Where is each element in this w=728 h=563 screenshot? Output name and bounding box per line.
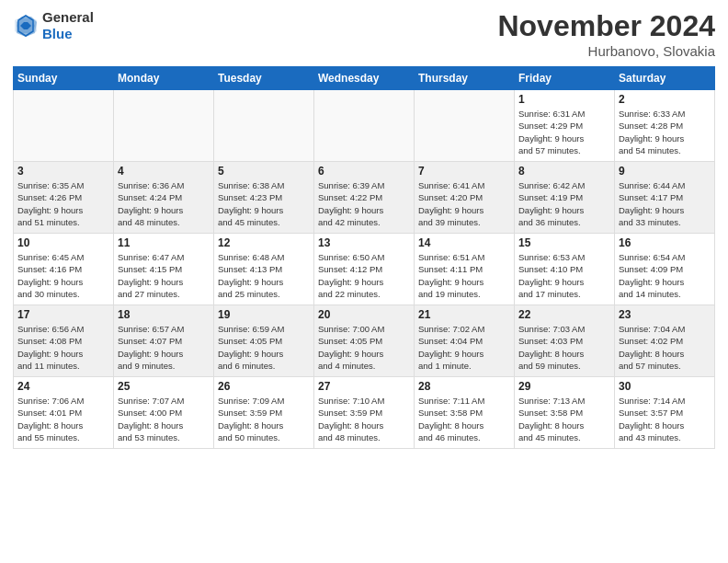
day-number: 4: [118, 165, 210, 178]
table-cell: 30Sunrise: 7:14 AM Sunset: 3:57 PM Dayli…: [615, 377, 715, 449]
day-info: Sunrise: 7:06 AM Sunset: 4:01 PM Dayligh…: [17, 395, 109, 443]
month-title: November 2024: [497, 9, 715, 43]
day-info: Sunrise: 6:56 AM Sunset: 4:08 PM Dayligh…: [17, 323, 109, 372]
day-number: 13: [318, 236, 410, 249]
day-info: Sunrise: 7:03 AM Sunset: 4:03 PM Dayligh…: [518, 323, 610, 372]
table-cell: 19Sunrise: 6:59 AM Sunset: 4:05 PM Dayli…: [214, 305, 314, 377]
day-number: 9: [619, 165, 711, 178]
table-row: 3Sunrise: 6:35 AM Sunset: 4:26 PM Daylig…: [14, 162, 715, 234]
day-info: Sunrise: 6:41 AM Sunset: 4:20 PM Dayligh…: [418, 179, 510, 228]
day-number: 27: [318, 380, 410, 393]
table-cell: [14, 90, 114, 162]
day-info: Sunrise: 7:00 AM Sunset: 4:05 PM Dayligh…: [318, 323, 410, 372]
day-number: 11: [118, 236, 210, 249]
table-cell: [415, 90, 515, 162]
table-cell: 21Sunrise: 7:02 AM Sunset: 4:04 PM Dayli…: [415, 305, 515, 377]
table-row: 1Sunrise: 6:31 AM Sunset: 4:29 PM Daylig…: [14, 90, 715, 162]
day-number: 25: [118, 380, 210, 393]
day-number: 19: [218, 308, 310, 321]
col-saturday: Saturday: [615, 67, 715, 90]
day-info: Sunrise: 6:50 AM Sunset: 4:12 PM Dayligh…: [318, 251, 410, 300]
table-cell: [214, 90, 314, 162]
table-cell: 28Sunrise: 7:11 AM Sunset: 3:58 PM Dayli…: [415, 377, 515, 449]
table-cell: 9Sunrise: 6:44 AM Sunset: 4:17 PM Daylig…: [615, 162, 715, 234]
table-cell: 29Sunrise: 7:13 AM Sunset: 3:58 PM Dayli…: [515, 377, 615, 449]
table-cell: 7Sunrise: 6:41 AM Sunset: 4:20 PM Daylig…: [415, 162, 515, 234]
day-info: Sunrise: 6:53 AM Sunset: 4:10 PM Dayligh…: [518, 251, 610, 300]
day-number: 22: [518, 308, 610, 321]
calendar-table: Sunday Monday Tuesday Wednesday Thursday…: [13, 66, 715, 449]
day-info: Sunrise: 6:48 AM Sunset: 4:13 PM Dayligh…: [218, 251, 310, 300]
day-number: 10: [17, 236, 109, 249]
day-info: Sunrise: 6:59 AM Sunset: 4:05 PM Dayligh…: [218, 323, 310, 372]
logo-icon: [13, 13, 39, 39]
table-cell: 27Sunrise: 7:10 AM Sunset: 3:59 PM Dayli…: [314, 377, 415, 449]
table-cell: [314, 90, 415, 162]
table-cell: 12Sunrise: 6:48 AM Sunset: 4:13 PM Dayli…: [214, 234, 314, 305]
calendar-container: General Blue November 2024 Hurbanovo, Sl…: [0, 0, 728, 456]
day-number: 16: [619, 236, 711, 249]
table-cell: 23Sunrise: 7:04 AM Sunset: 4:02 PM Dayli…: [615, 305, 715, 377]
day-info: Sunrise: 7:13 AM Sunset: 3:58 PM Dayligh…: [518, 395, 610, 443]
table-cell: 20Sunrise: 7:00 AM Sunset: 4:05 PM Dayli…: [314, 305, 415, 377]
table-cell: 18Sunrise: 6:57 AM Sunset: 4:07 PM Dayli…: [114, 305, 214, 377]
table-row: 24Sunrise: 7:06 AM Sunset: 4:01 PM Dayli…: [14, 377, 715, 449]
col-monday: Monday: [114, 67, 214, 90]
table-cell: 22Sunrise: 7:03 AM Sunset: 4:03 PM Dayli…: [515, 305, 615, 377]
day-info: Sunrise: 6:57 AM Sunset: 4:07 PM Dayligh…: [118, 323, 210, 372]
day-number: 1: [518, 93, 610, 106]
day-info: Sunrise: 6:36 AM Sunset: 4:24 PM Dayligh…: [118, 179, 210, 228]
day-info: Sunrise: 6:54 AM Sunset: 4:09 PM Dayligh…: [619, 251, 711, 300]
day-number: 17: [17, 308, 109, 321]
day-info: Sunrise: 6:39 AM Sunset: 4:22 PM Dayligh…: [318, 179, 410, 228]
table-cell: 3Sunrise: 6:35 AM Sunset: 4:26 PM Daylig…: [14, 162, 114, 234]
table-cell: 1Sunrise: 6:31 AM Sunset: 4:29 PM Daylig…: [515, 90, 615, 162]
day-number: 20: [318, 308, 410, 321]
col-friday: Friday: [515, 67, 615, 90]
day-info: Sunrise: 6:51 AM Sunset: 4:11 PM Dayligh…: [418, 251, 510, 300]
table-cell: [114, 90, 214, 162]
day-number: 2: [619, 93, 711, 106]
logo-blue: Blue: [42, 26, 94, 42]
table-cell: 13Sunrise: 6:50 AM Sunset: 4:12 PM Dayli…: [314, 234, 415, 305]
day-info: Sunrise: 7:11 AM Sunset: 3:58 PM Dayligh…: [418, 395, 510, 443]
title-block: November 2024 Hurbanovo, Slovakia: [497, 9, 715, 59]
day-info: Sunrise: 7:10 AM Sunset: 3:59 PM Dayligh…: [318, 395, 410, 443]
table-cell: 17Sunrise: 6:56 AM Sunset: 4:08 PM Dayli…: [14, 305, 114, 377]
table-cell: 4Sunrise: 6:36 AM Sunset: 4:24 PM Daylig…: [114, 162, 214, 234]
table-cell: 26Sunrise: 7:09 AM Sunset: 3:59 PM Dayli…: [214, 377, 314, 449]
location: Hurbanovo, Slovakia: [497, 43, 715, 59]
day-info: Sunrise: 6:31 AM Sunset: 4:29 PM Dayligh…: [518, 108, 610, 156]
day-number: 8: [518, 165, 610, 178]
day-number: 23: [619, 308, 711, 321]
table-cell: 16Sunrise: 6:54 AM Sunset: 4:09 PM Dayli…: [615, 234, 715, 305]
table-cell: 2Sunrise: 6:33 AM Sunset: 4:28 PM Daylig…: [615, 90, 715, 162]
table-cell: 14Sunrise: 6:51 AM Sunset: 4:11 PM Dayli…: [415, 234, 515, 305]
day-number: 3: [17, 165, 109, 178]
day-number: 7: [418, 165, 510, 178]
logo: General Blue: [13, 9, 94, 42]
col-sunday: Sunday: [14, 67, 114, 90]
day-number: 30: [619, 380, 711, 393]
day-info: Sunrise: 7:02 AM Sunset: 4:04 PM Dayligh…: [418, 323, 510, 372]
table-cell: 5Sunrise: 6:38 AM Sunset: 4:23 PM Daylig…: [214, 162, 314, 234]
table-cell: 8Sunrise: 6:42 AM Sunset: 4:19 PM Daylig…: [515, 162, 615, 234]
day-info: Sunrise: 6:33 AM Sunset: 4:28 PM Dayligh…: [619, 108, 711, 156]
day-number: 18: [118, 308, 210, 321]
day-info: Sunrise: 7:14 AM Sunset: 3:57 PM Dayligh…: [619, 395, 711, 443]
day-info: Sunrise: 6:44 AM Sunset: 4:17 PM Dayligh…: [619, 179, 711, 228]
day-number: 6: [318, 165, 410, 178]
logo-general: General: [42, 9, 94, 26]
day-info: Sunrise: 6:45 AM Sunset: 4:16 PM Dayligh…: [17, 251, 109, 300]
col-wednesday: Wednesday: [314, 67, 415, 90]
day-number: 26: [218, 380, 310, 393]
table-cell: 11Sunrise: 6:47 AM Sunset: 4:15 PM Dayli…: [114, 234, 214, 305]
day-info: Sunrise: 6:47 AM Sunset: 4:15 PM Dayligh…: [118, 251, 210, 300]
header: General Blue November 2024 Hurbanovo, Sl…: [13, 9, 715, 59]
day-info: Sunrise: 6:38 AM Sunset: 4:23 PM Dayligh…: [218, 179, 310, 228]
day-number: 21: [418, 308, 510, 321]
day-number: 29: [518, 380, 610, 393]
day-info: Sunrise: 7:04 AM Sunset: 4:02 PM Dayligh…: [619, 323, 711, 372]
col-thursday: Thursday: [415, 67, 515, 90]
day-number: 14: [418, 236, 510, 249]
